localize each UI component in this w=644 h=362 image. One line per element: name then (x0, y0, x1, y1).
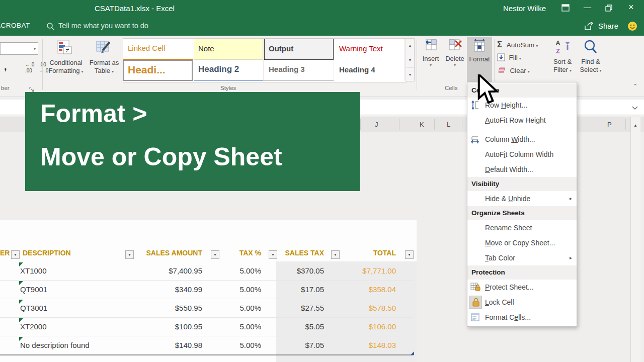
insert-cells-button[interactable]: Insert ▾ (419, 39, 443, 67)
cell-description[interactable]: QT9001 (20, 280, 131, 299)
menu-item-autofit-column-width[interactable]: AutoFit Column Width (467, 147, 577, 162)
filter-button[interactable]: ▼ (125, 250, 134, 259)
scroll-up-icon[interactable]: ▲ (631, 120, 639, 132)
feedback-smiley-icon[interactable] (627, 21, 638, 34)
conditional-formatting-icon: ≠ (57, 40, 72, 58)
restore-button[interactable] (605, 5, 613, 14)
column-header-l[interactable]: L (447, 121, 450, 128)
insert-cells-icon (423, 46, 438, 54)
tell-me-input[interactable]: Tell me what you want to do (58, 22, 148, 30)
cell-tax[interactable]: 5.00% (202, 261, 261, 280)
share-button[interactable]: Share (598, 22, 618, 30)
cell-description[interactable]: XT1000 (20, 261, 131, 280)
menu-item-lock-cell[interactable]: Lock Cell (467, 295, 577, 310)
cell-tax[interactable]: 5.00% (202, 299, 261, 317)
table-row[interactable]: XT2000 $100.95 5.00% $5.05 $106.00 (0, 317, 417, 336)
ribbon-display-options-icon[interactable] (561, 4, 570, 13)
svg-text:A: A (555, 39, 560, 47)
style-heading1-selected[interactable]: Headi... (123, 60, 193, 81)
svg-text:≠: ≠ (66, 47, 69, 54)
cell-total[interactable]: $358.04 (324, 280, 396, 299)
cell-total[interactable]: $578.50 (324, 299, 396, 317)
column-header-k[interactable]: K (420, 121, 424, 128)
mouse-cursor (477, 74, 499, 108)
delete-cells-icon (447, 46, 462, 54)
menu-item-rename-sheet[interactable]: Rename Sheet (467, 220, 577, 235)
insert-dropdown-caret[interactable]: ▾ (419, 63, 443, 67)
conditional-formatting-button[interactable]: ≠ Conditional Formatting (45, 39, 87, 91)
table-resize-handle[interactable] (411, 351, 414, 355)
cell-total[interactable]: $148.03 (324, 336, 396, 354)
style-heading2[interactable]: Heading 2 (194, 60, 264, 81)
cell-description[interactable]: QT3001 (20, 299, 131, 317)
gallery-more-icon[interactable]: ▼ (406, 68, 414, 82)
cell-description[interactable]: XT2000 (20, 317, 131, 336)
cell-sales-tax[interactable]: $370.05 (261, 261, 324, 280)
number-format-combobox[interactable]: ▾ (0, 42, 38, 55)
format-as-table-button[interactable]: Format as Table (89, 39, 120, 91)
style-warning-text[interactable]: Warning Text (335, 39, 405, 60)
cell-sales-tax[interactable]: $5.05 (261, 317, 324, 336)
cell-sales-amount[interactable]: $7,400.95 (136, 261, 202, 280)
menu-item-default-width[interactable]: Default Width... (467, 162, 577, 177)
column-header-p[interactable]: P (607, 121, 612, 128)
cell-sales-tax[interactable]: $17.05 (261, 280, 324, 299)
expand-formula-bar-icon[interactable] (631, 104, 638, 113)
menu-item-column-width[interactable]: Column Width... (467, 132, 577, 147)
collapse-ribbon-icon[interactable]: ⌃ (633, 83, 637, 89)
menu-header-protection: Protection (467, 265, 577, 280)
cell-sales-tax[interactable]: $7.05 (261, 336, 324, 354)
table-row[interactable]: QT3001 $550.95 5.00% $27.55 $578.50 (0, 299, 417, 317)
signed-in-user[interactable]: Nestor Wilke (503, 4, 546, 13)
cell-tax[interactable]: 5.00% (202, 317, 261, 336)
style-heading3[interactable]: Heading 3 (264, 60, 334, 81)
cell-sales-tax[interactable]: $27.55 (261, 299, 324, 317)
cell-sales-amount[interactable]: $140.98 (136, 336, 202, 354)
cell-sales-amount[interactable]: $340.99 (136, 280, 202, 299)
table-row[interactable]: QT9001 $340.99 5.00% $17.05 $358.04 (0, 280, 417, 299)
style-note[interactable]: Note (194, 39, 264, 60)
menu-item-format-cells[interactable]: Format Cells... (467, 310, 577, 325)
delete-cells-button[interactable]: Delete ▾ (443, 39, 467, 67)
filter-button[interactable]: ▼ (11, 250, 20, 259)
number-group-label: ber (1, 85, 10, 91)
tab-acrobat[interactable]: ACROBAT (0, 22, 30, 29)
filter-button[interactable]: ▼ (331, 250, 340, 259)
table-row[interactable]: No description found $140.98 5.00% $7.05… (0, 336, 417, 354)
autosum-button[interactable]: Σ AutoSum (497, 40, 538, 50)
cell-tax[interactable]: 5.00% (202, 280, 261, 299)
close-button[interactable]: × (628, 2, 634, 13)
style-output[interactable]: Output (264, 39, 334, 60)
comma-style-button[interactable]: , (4, 61, 7, 72)
cell-total[interactable]: $7,771.00 (324, 261, 396, 280)
clear-button[interactable]: Clear (497, 66, 530, 75)
menu-item-hide-unhide[interactable]: Hide & Unhide (467, 191, 577, 206)
delete-dropdown-caret[interactable]: ▾ (443, 63, 467, 67)
cell-sales-amount[interactable]: $100.95 (136, 317, 202, 336)
format-as-table-label: Format as Table (87, 59, 122, 76)
vertical-scrollbar[interactable] (630, 117, 640, 362)
cells-group-label: Cells (445, 85, 458, 91)
table-row[interactable]: XT1000 $7,400.95 5.00% $370.05 $7,771.00 (0, 261, 417, 280)
cell-total[interactable]: $106.00 (324, 317, 396, 336)
menu-item-move-or-copy-sheet[interactable]: Move or Copy Sheet... (467, 235, 577, 250)
minimize-button[interactable]: — (584, 3, 591, 11)
style-linked-cell[interactable]: Linked Cell (123, 39, 193, 60)
find-select-button[interactable]: Find & Select (577, 39, 605, 75)
cell-tax[interactable]: 5.00% (202, 336, 261, 354)
filter-button[interactable]: ▼ (405, 250, 414, 259)
menu-item-autofit-row-height[interactable]: AutoFit Row Height (467, 113, 577, 128)
increase-decimal-button[interactable]: ←.0 .00 (25, 62, 34, 74)
menu-item-tab-color[interactable]: Tab Color (467, 250, 577, 265)
delete-label: Delete (443, 55, 467, 63)
gallery-scroll-up-icon[interactable]: ▲ (406, 39, 414, 53)
column-header-j[interactable]: J (375, 121, 378, 128)
format-menu: Cell Size Row Height... AutoFit Row Heig… (467, 82, 577, 327)
gallery-scroll-down-icon[interactable]: ▼ (406, 53, 414, 68)
sort-filter-button[interactable]: AZ Sort & Filter (548, 39, 577, 75)
menu-item-protect-sheet[interactable]: Protect Sheet... (467, 280, 577, 295)
fill-button[interactable]: Fill (497, 53, 521, 62)
style-heading4[interactable]: Heading 4 (335, 60, 405, 81)
cell-sales-amount[interactable]: $550.95 (136, 299, 202, 317)
cell-description[interactable]: No description found (20, 336, 131, 354)
